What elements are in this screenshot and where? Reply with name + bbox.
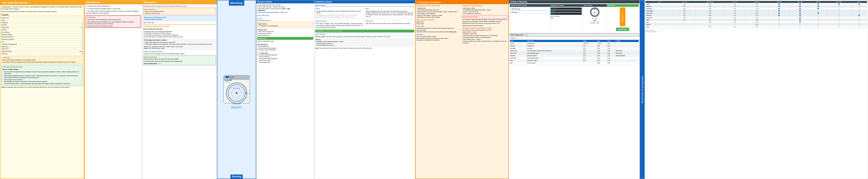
ov-dark colors-spin: 1000	[695, 12, 724, 14]
ov-delicates-load: 2 kg	[724, 14, 745, 17]
ov-cotton-time: ∼2:39	[745, 3, 768, 5]
sec7-starch-title: Starching	[416, 33, 462, 36]
env-item-1: We recommend HE (High efficiency) deterg…	[4, 71, 82, 75]
prog-col-fabric: Fabric type	[527, 40, 583, 42]
sec7-heavy-duty-title: Heavy duty	[416, 25, 462, 27]
prog-synth-feat	[615, 47, 639, 50]
ov-synthetics-load: 4 kg	[724, 7, 745, 10]
env-item-5: Add detergent according to manufacturer'…	[4, 81, 82, 83]
sec3-setting-1: • Auditory functions and option buttons,…	[143, 53, 216, 55]
ov-hand wash-spin: 1200	[695, 17, 724, 19]
ov-soak-rinse	[810, 26, 827, 28]
display-spin2: Spin	[551, 12, 582, 15]
sec5-stop-title: ... or stop cycle	[257, 52, 313, 54]
prog-wool-spin: 1200	[597, 59, 607, 62]
ov-sports wear-tempopt	[768, 10, 790, 12]
sec7-care-2: • Look for loose parts (paper clips, etc…	[416, 9, 462, 11]
ov-wool-time: ∼0:45	[745, 19, 768, 21]
start-pause-button[interactable]: Start/Pause	[616, 28, 629, 31]
svg-point-8	[239, 90, 240, 91]
ov-col-temp-adj: Temp adj.	[768, 1, 790, 3]
sec4-footer: Washing	[230, 175, 243, 179]
ov-delicates-time: ∼0:55	[745, 14, 768, 17]
toc-individual-settings: Individual settings5	[1, 33, 83, 36]
rinse-plus-btn[interactable]: Rinse plus	[510, 11, 549, 14]
ov-refresh-rinse	[810, 23, 827, 26]
prog-row-synthetics: Synthetics synthetics 60°C 1200 4 kg	[510, 47, 639, 50]
sec5-stop-2: – Select Start/Pause.	[257, 56, 313, 58]
sec2-warn-1: • Never leave children unattended by the…	[87, 19, 140, 21]
prog-spin-spin: 1400	[597, 62, 607, 64]
sec4-dispenser-label: Dispensing drawerwith dispensers I, II	[231, 106, 242, 109]
section-overview-programs: Overview of programs Cycle Max temp Max …	[640, 0, 868, 179]
toc-cycles: Cycles1	[1, 19, 83, 22]
sec7-care-4: • Close zippers, snaps, fasteners.	[416, 13, 462, 15]
sec7-emerg-1: The cycle will continue when the power i…	[462, 29, 507, 31]
svg-point-7	[234, 90, 234, 91]
sec6-spin-title: Spin	[366, 8, 413, 10]
sec6-soak-desc: Extra soak cycle for the laundry; the cy…	[319, 48, 372, 49]
sec7-care-3: • Wash delicates in a laundry bag (stock…	[416, 11, 462, 13]
ov-dark colors-spinopt	[790, 12, 810, 14]
ov-dark colors-rinse	[810, 12, 827, 14]
sec7-heavily: heavily soiled	[416, 23, 462, 25]
sec5-turnoff-text: Set cycle selector to Off.	[257, 20, 313, 22]
sec1-warning-box: ⚠ Warning! Never leave children unattend…	[1, 56, 83, 64]
ov-sports wear-name: Sports Wear	[646, 10, 674, 12]
sec7-starch-2: Starching with liquid-starch possible at…	[416, 37, 462, 40]
prog-row-spin: Spin – 1400 9 kg ∼0:15	[646, 21, 867, 23]
ov-delicates-name: Delicates	[646, 14, 674, 17]
sec3-tap: Open water tap	[143, 22, 216, 24]
sec1-env-subtitle: Tips for energy savings:	[2, 69, 82, 71]
prog-dark-load: 5 kg	[607, 52, 615, 54]
reduced-rising-btn[interactable]: Reduced rising	[510, 7, 549, 10]
toc-setting-cycle: Setting cycle3/1	[1, 26, 83, 29]
sec5-interrupt-title: Interrupt cycle ...	[257, 43, 313, 45]
ov-spin-name: Spin	[646, 21, 674, 23]
sec6-option-title: Option buttons	[315, 4, 414, 6]
prog-wool-load: 2 kg	[607, 59, 615, 62]
sec3-check: Check machine • Never start a damaged ma…	[143, 8, 216, 15]
sec3-fill-title: Fill detergent and fabric softener	[144, 39, 215, 41]
ov-col-maxtemp: Max temp	[674, 1, 695, 3]
sec8-start-pause-col: Finish in Start/Pause	[607, 7, 639, 32]
prog-spin-temp: –	[583, 62, 597, 64]
prog-row-kidswear: Kidswear KIDSWEAR 60°C 1400 5 kg	[510, 45, 639, 47]
prog-kids-feat	[615, 45, 639, 47]
ov-spin-spinopt	[790, 21, 810, 23]
sec7-disp-1: • depending on model	[462, 7, 507, 9]
ov-delicates-rinse	[810, 14, 827, 17]
ov-hand wash-tempopt	[768, 17, 790, 19]
sec7-wash-new-title: Wash-new items separately:	[416, 19, 462, 21]
ov-kidswear-rinse	[810, 5, 827, 7]
sec7-lightly: lightly soiled	[416, 21, 462, 23]
sec3-setting-title: Setting and adjusting cycle	[143, 50, 216, 53]
ov-delicates-tempopt	[768, 14, 790, 17]
sec3-dispenser-note: Dispenser II: Detergent for main wash, w…	[144, 46, 215, 48]
ov-sports wear-load: 3 kg	[724, 10, 745, 12]
sec5-step-1: • Open loading door and remove laundry.	[257, 4, 313, 6]
sec5-header: Remove laundry	[256, 0, 314, 3]
prog-wool: Wool	[510, 59, 527, 62]
sec5-change-1: • Check that the wrong cycle	[257, 31, 313, 33]
prog-del: Delicates	[510, 54, 527, 57]
ov-wool-rinse	[810, 19, 827, 21]
ov-refresh-tempopt	[768, 23, 790, 26]
ov-spin-load: 9 kg	[724, 21, 745, 23]
sec1-warning2: Keep children away from shipping carton …	[2, 61, 82, 63]
overview-table-body: Cotton 95°C 1400 9 kg ∼2:39 Kidswear 60°…	[646, 3, 867, 28]
prog-wool-temp: 30°C	[583, 59, 597, 62]
sec8-control-table: Additional Options buttons Display panel…	[510, 4, 639, 32]
ov-dark colors-starch	[851, 12, 867, 14]
sec7-starch-1: Do not use fabric softener in wash!	[416, 36, 462, 37]
sec6-temp-note: The displayed wash temperature can be ch…	[316, 14, 364, 18]
cycle-knob[interactable]: Cycle	[590, 7, 599, 17]
prog-del-spin: 1200	[597, 54, 607, 57]
prog-row-darkcolors: Dark Colors dark washable fabrics 40°C 1…	[510, 52, 639, 54]
prog-sport-load: 3 kg	[607, 50, 615, 52]
sec6-temp-title: Temp.	[316, 8, 364, 10]
ov-sports wear-temp: 40°C	[674, 10, 695, 12]
sec5-step-2: • Fold die open door plus – while the sp…	[257, 6, 313, 8]
env-item-4: Avoid using too much detergent.	[4, 79, 82, 81]
sec7-hd-2: Add less laundry.	[416, 29, 462, 31]
